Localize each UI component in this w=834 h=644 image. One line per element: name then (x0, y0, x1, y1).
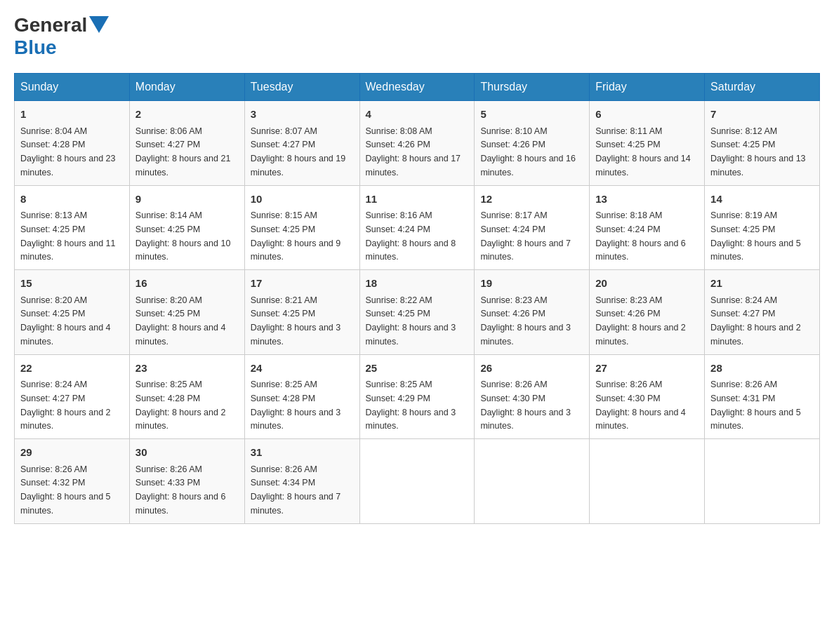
daylight-info: Daylight: 8 hours and 10 minutes. (135, 239, 231, 262)
sunset-info: Sunset: 4:30 PM (595, 394, 660, 403)
sunset-info: Sunset: 4:26 PM (480, 309, 545, 318)
calendar-cell: 11 Sunrise: 8:16 AM Sunset: 4:24 PM Dayl… (359, 185, 475, 270)
daylight-info: Daylight: 8 hours and 2 minutes. (135, 408, 226, 431)
daylight-info: Daylight: 8 hours and 2 minutes. (595, 323, 686, 347)
day-number: 1 (20, 107, 124, 123)
day-number: 15 (20, 276, 124, 292)
sunrise-info: Sunrise: 8:23 AM (480, 295, 547, 305)
day-number: 3 (251, 107, 354, 123)
logo-triangle-icon (89, 16, 109, 33)
sunrise-info: Sunrise: 8:12 AM (710, 126, 777, 136)
sunrise-info: Sunrise: 8:16 AM (366, 210, 432, 220)
logo: General Blue (14, 14, 109, 59)
sunset-info: Sunset: 4:25 PM (135, 224, 200, 234)
sunrise-info: Sunrise: 8:20 AM (135, 295, 202, 305)
calendar-cell: 9 Sunrise: 8:14 AM Sunset: 4:25 PM Dayli… (129, 185, 244, 270)
calendar-cell: 14 Sunrise: 8:19 AM Sunset: 4:25 PM Dayl… (705, 185, 820, 270)
sunrise-info: Sunrise: 8:18 AM (595, 210, 662, 220)
day-number: 7 (710, 107, 814, 123)
sunset-info: Sunset: 4:27 PM (251, 140, 315, 149)
sunset-info: Sunset: 4:31 PM (710, 394, 775, 403)
sunrise-info: Sunrise: 8:25 AM (366, 380, 432, 389)
daylight-info: Daylight: 8 hours and 3 minutes. (366, 323, 456, 347)
header-monday: Monday (129, 74, 244, 101)
daylight-info: Daylight: 8 hours and 4 minutes. (595, 408, 686, 431)
sunrise-info: Sunrise: 8:25 AM (251, 380, 317, 389)
week-row-3: 15 Sunrise: 8:20 AM Sunset: 4:25 PM Dayl… (15, 270, 820, 355)
sunset-info: Sunset: 4:25 PM (366, 309, 430, 318)
sunset-info: Sunset: 4:24 PM (595, 224, 660, 234)
calendar-cell: 19 Sunrise: 8:23 AM Sunset: 4:26 PM Dayl… (475, 270, 590, 355)
daylight-info: Daylight: 8 hours and 11 minutes. (20, 239, 116, 262)
calendar-table: SundayMondayTuesdayWednesdayThursdayFrid… (14, 73, 820, 524)
sunrise-info: Sunrise: 8:13 AM (20, 210, 87, 220)
day-number: 19 (480, 276, 583, 292)
calendar-cell: 3 Sunrise: 8:07 AM Sunset: 4:27 PM Dayli… (244, 101, 359, 186)
sunset-info: Sunset: 4:24 PM (480, 224, 545, 234)
sunset-info: Sunset: 4:25 PM (20, 224, 85, 234)
logo-general-text: General (14, 14, 87, 36)
day-number: 24 (251, 361, 354, 377)
calendar-cell: 13 Sunrise: 8:18 AM Sunset: 4:24 PM Dayl… (590, 185, 705, 270)
day-number: 29 (20, 445, 124, 461)
daylight-info: Daylight: 8 hours and 16 minutes. (480, 154, 576, 177)
daylight-info: Daylight: 8 hours and 5 minutes. (710, 239, 801, 262)
calendar-cell (705, 439, 820, 524)
sunrise-info: Sunrise: 8:24 AM (710, 295, 777, 305)
daylight-info: Daylight: 8 hours and 21 minutes. (135, 154, 231, 177)
day-number: 10 (251, 192, 354, 208)
week-row-5: 29 Sunrise: 8:26 AM Sunset: 4:32 PM Dayl… (15, 439, 820, 524)
daylight-info: Daylight: 8 hours and 9 minutes. (251, 239, 341, 262)
day-number: 27 (595, 361, 699, 377)
daylight-info: Daylight: 8 hours and 14 minutes. (595, 154, 691, 177)
day-number: 9 (135, 192, 239, 208)
day-number: 30 (135, 445, 239, 461)
calendar-cell: 7 Sunrise: 8:12 AM Sunset: 4:25 PM Dayli… (705, 101, 820, 186)
day-number: 13 (595, 192, 699, 208)
calendar-cell: 5 Sunrise: 8:10 AM Sunset: 4:26 PM Dayli… (475, 101, 590, 186)
sunrise-info: Sunrise: 8:19 AM (710, 210, 777, 220)
sunset-info: Sunset: 4:27 PM (710, 309, 775, 318)
header-thursday: Thursday (475, 74, 590, 101)
day-number: 12 (480, 192, 583, 208)
days-header-row: SundayMondayTuesdayWednesdayThursdayFrid… (15, 74, 820, 101)
calendar-cell: 29 Sunrise: 8:26 AM Sunset: 4:32 PM Dayl… (15, 439, 130, 524)
sunrise-info: Sunrise: 8:26 AM (595, 380, 662, 389)
sunrise-info: Sunrise: 8:15 AM (251, 210, 317, 220)
day-number: 2 (135, 107, 239, 123)
daylight-info: Daylight: 8 hours and 6 minutes. (135, 492, 226, 516)
day-number: 4 (366, 107, 469, 123)
calendar-cell: 21 Sunrise: 8:24 AM Sunset: 4:27 PM Dayl… (705, 270, 820, 355)
day-number: 18 (366, 276, 469, 292)
sunrise-info: Sunrise: 8:10 AM (480, 126, 547, 136)
daylight-info: Daylight: 8 hours and 7 minutes. (251, 492, 341, 516)
daylight-info: Daylight: 8 hours and 8 minutes. (366, 239, 456, 262)
calendar-cell: 16 Sunrise: 8:20 AM Sunset: 4:25 PM Dayl… (129, 270, 244, 355)
day-number: 6 (595, 107, 699, 123)
sunrise-info: Sunrise: 8:26 AM (480, 380, 547, 389)
calendar-cell (590, 439, 705, 524)
sunset-info: Sunset: 4:33 PM (135, 478, 200, 488)
daylight-info: Daylight: 8 hours and 2 minutes. (20, 408, 111, 431)
sunrise-info: Sunrise: 8:04 AM (20, 126, 87, 136)
sunset-info: Sunset: 4:25 PM (710, 224, 775, 234)
sunset-info: Sunset: 4:26 PM (480, 140, 545, 149)
logo-blue-text: Blue (14, 36, 57, 59)
sunrise-info: Sunrise: 8:08 AM (366, 126, 432, 136)
sunset-info: Sunset: 4:27 PM (20, 394, 85, 403)
sunrise-info: Sunrise: 8:21 AM (251, 295, 317, 305)
sunrise-info: Sunrise: 8:26 AM (20, 464, 87, 474)
day-number: 22 (20, 361, 124, 377)
calendar-cell: 1 Sunrise: 8:04 AM Sunset: 4:28 PM Dayli… (15, 101, 130, 186)
daylight-info: Daylight: 8 hours and 7 minutes. (480, 239, 571, 262)
sunrise-info: Sunrise: 8:23 AM (595, 295, 662, 305)
sunset-info: Sunset: 4:28 PM (135, 394, 200, 403)
calendar-cell: 22 Sunrise: 8:24 AM Sunset: 4:27 PM Dayl… (15, 354, 130, 439)
daylight-info: Daylight: 8 hours and 4 minutes. (20, 323, 111, 347)
calendar-cell: 25 Sunrise: 8:25 AM Sunset: 4:29 PM Dayl… (359, 354, 475, 439)
sunset-info: Sunset: 4:25 PM (20, 309, 85, 318)
sunrise-info: Sunrise: 8:26 AM (135, 464, 202, 474)
calendar-cell: 23 Sunrise: 8:25 AM Sunset: 4:28 PM Dayl… (129, 354, 244, 439)
sunrise-info: Sunrise: 8:07 AM (251, 126, 317, 136)
sunset-info: Sunset: 4:28 PM (251, 394, 315, 403)
